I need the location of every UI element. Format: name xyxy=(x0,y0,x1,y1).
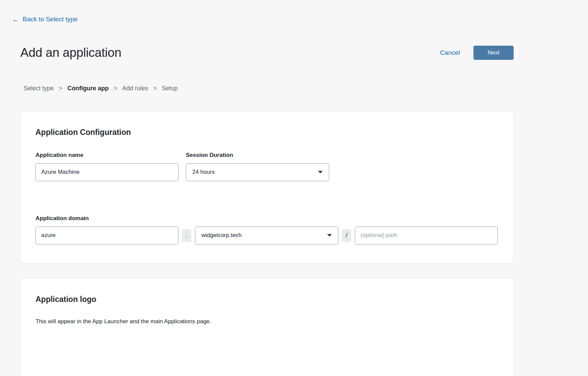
application-domain-label: Application domain xyxy=(35,215,498,222)
page-content: Add an application Cancel Next Select ty… xyxy=(20,46,514,376)
page-title: Add an application xyxy=(20,46,121,60)
chevron-down-icon xyxy=(327,234,332,237)
header-actions: Cancel Next xyxy=(440,46,514,60)
breadcrumb: Select type > Configure app > Add rules … xyxy=(24,85,514,92)
domain-select-value: widgetcorp.tech xyxy=(201,232,242,239)
session-duration-select[interactable]: 24 hours xyxy=(186,163,329,181)
breadcrumb-add-rules: Add rules xyxy=(122,85,148,92)
application-domain-field: Application domain . widgetcorp.tech / xyxy=(35,215,498,244)
breadcrumb-setup: Setup xyxy=(162,85,178,92)
dot-separator: . xyxy=(182,229,191,242)
domain-select[interactable]: widgetcorp.tech xyxy=(195,227,338,244)
application-name-label: Application name xyxy=(35,152,178,159)
application-logo-card: Application logo This will appear in the… xyxy=(20,278,514,376)
breadcrumb-configure-app: Configure app xyxy=(68,85,109,92)
next-button[interactable]: Next xyxy=(473,46,514,60)
breadcrumb-separator: > xyxy=(59,85,63,92)
application-domain-row: . widgetcorp.tech / xyxy=(35,227,498,244)
session-duration-label: Session Duration xyxy=(186,152,329,159)
application-configuration-title: Application Configuration xyxy=(35,128,498,137)
subdomain-input[interactable] xyxy=(35,227,178,244)
back-arrow-icon: ← xyxy=(12,16,19,23)
breadcrumb-select-type[interactable]: Select type xyxy=(24,85,54,92)
page-header: Add an application Cancel Next xyxy=(20,46,514,60)
application-name-field: Application name xyxy=(35,152,178,181)
back-link[interactable]: ← Back to Select type xyxy=(12,16,78,23)
cancel-button[interactable]: Cancel xyxy=(440,49,460,56)
breadcrumb-separator: > xyxy=(153,85,157,92)
name-duration-row: Application name Session Duration 24 hou… xyxy=(35,152,498,181)
application-logo-title: Application logo xyxy=(35,295,498,304)
path-input[interactable] xyxy=(355,227,498,244)
session-duration-field: Session Duration 24 hours xyxy=(186,152,329,181)
application-logo-description: This will appear in the App Launcher and… xyxy=(35,318,498,325)
breadcrumb-separator: > xyxy=(114,85,118,92)
back-link-label: Back to Select type xyxy=(23,16,78,23)
session-duration-value: 24 hours xyxy=(192,169,215,175)
application-name-input[interactable] xyxy=(35,163,178,181)
application-configuration-card: Application Configuration Application na… xyxy=(20,111,514,263)
slash-separator: / xyxy=(342,229,351,242)
chevron-down-icon xyxy=(318,171,323,173)
